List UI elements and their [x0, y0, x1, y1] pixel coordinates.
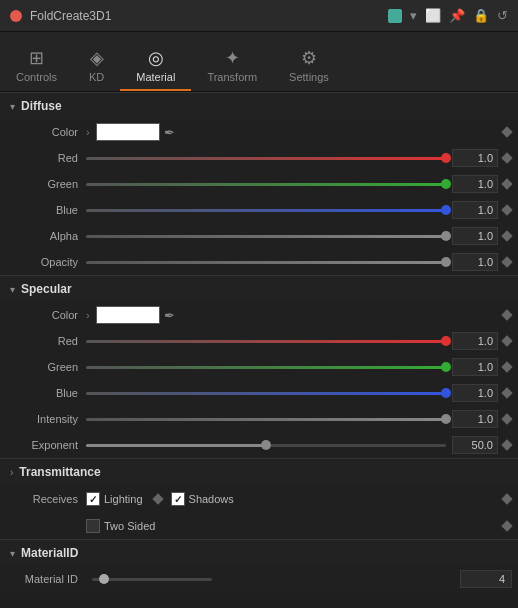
diffuse-red-diamond[interactable]: [502, 153, 512, 163]
specular-blue-value[interactable]: 1.0: [452, 384, 498, 402]
lighting-checkbox[interactable]: [86, 492, 100, 506]
controls-icon: ⊞: [29, 49, 44, 67]
specular-color-row: Color › ✒: [0, 302, 518, 328]
tab-controls[interactable]: ⊞ Controls: [0, 32, 73, 91]
diffuse-blue-diamond[interactable]: [502, 205, 512, 215]
shadows-diamond[interactable]: [502, 494, 512, 504]
two-sided-checkbox-item: Two Sided: [86, 519, 155, 533]
close-button[interactable]: [10, 10, 22, 22]
specular-intensity-diamond[interactable]: [502, 414, 512, 424]
specular-eyedropper-icon[interactable]: ✒: [164, 308, 175, 323]
diffuse-alpha-label: Alpha: [6, 230, 86, 242]
diffuse-alpha-slider[interactable]: [86, 235, 452, 238]
settings-icon: ⚙: [301, 49, 317, 67]
diffuse-blue-slider[interactable]: [86, 209, 452, 212]
diffuse-color-diamond[interactable]: [502, 127, 512, 137]
lighting-label: Lighting: [104, 493, 143, 505]
specular-section-header[interactable]: ▾ Specular: [0, 275, 518, 302]
tab-transform[interactable]: ✦ Transform: [191, 32, 273, 91]
diffuse-green-value[interactable]: 1.0: [452, 175, 498, 193]
diffuse-color-label: Color: [6, 126, 86, 138]
specular-intensity-slider[interactable]: [86, 418, 452, 421]
pin-icon[interactable]: 📌: [449, 8, 465, 23]
transmittance-section-header[interactable]: › Transmittance: [0, 458, 518, 485]
diffuse-opacity-diamond[interactable]: [502, 257, 512, 267]
lighting-diamond[interactable]: [153, 494, 163, 504]
diffuse-blue-row: Blue 1.0: [0, 197, 518, 223]
matid-thumb[interactable]: [99, 574, 109, 584]
specular-exponent-diamond[interactable]: [502, 440, 512, 450]
specular-green-label: Green: [6, 361, 86, 373]
specular-blue-slider[interactable]: [86, 392, 452, 395]
matid-slider[interactable]: [92, 578, 212, 581]
shadows-checkbox-item: Shadows: [171, 492, 234, 506]
specular-red-diamond[interactable]: [502, 336, 512, 346]
shadows-checkbox[interactable]: [171, 492, 185, 506]
specular-intensity-value[interactable]: 1.0: [452, 410, 498, 428]
diffuse-blue-value[interactable]: 1.0: [452, 201, 498, 219]
refresh-icon[interactable]: ↺: [497, 8, 508, 23]
specular-color-swatch[interactable]: [96, 306, 160, 324]
titlebar-left: FoldCreate3D1: [10, 9, 111, 23]
titlebar: FoldCreate3D1 ▾ ⬜ 📌 🔒 ↺: [0, 0, 518, 32]
diffuse-chevron: ▾: [10, 101, 15, 112]
specular-blue-row: Blue 1.0: [0, 380, 518, 406]
tab-material[interactable]: ◎ Material: [120, 32, 191, 91]
diffuse-opacity-label: Opacity: [6, 256, 86, 268]
diffuse-green-diamond[interactable]: [502, 179, 512, 189]
materialid-section-header[interactable]: ▾ MaterialID: [0, 539, 518, 566]
diffuse-opacity-slider[interactable]: [86, 261, 452, 264]
specular-green-diamond[interactable]: [502, 362, 512, 372]
matid-row: Material ID 4: [0, 566, 518, 592]
specular-blue-diamond[interactable]: [502, 388, 512, 398]
specular-exponent-slider[interactable]: [86, 444, 452, 447]
tab-transform-label: Transform: [207, 71, 257, 83]
shadows-label: Shadows: [189, 493, 234, 505]
specular-color-diamond[interactable]: [502, 310, 512, 320]
diffuse-red-slider[interactable]: [86, 157, 452, 160]
diffuse-red-value[interactable]: 1.0: [452, 149, 498, 167]
specular-exponent-row: Exponent 50.0: [0, 432, 518, 458]
transmittance-title: Transmittance: [19, 465, 100, 479]
specular-red-value[interactable]: 1.0: [452, 332, 498, 350]
diffuse-blue-label: Blue: [6, 204, 86, 216]
specular-intensity-label: Intensity: [6, 413, 86, 425]
specular-green-slider[interactable]: [86, 366, 452, 369]
transmittance-chevron: ›: [10, 467, 13, 478]
specular-red-label: Red: [6, 335, 86, 347]
dropdown-icon[interactable]: ▾: [410, 8, 417, 23]
diffuse-opacity-value[interactable]: 1.0: [452, 253, 498, 271]
diffuse-color-arrow: ›: [86, 126, 90, 138]
diffuse-green-slider[interactable]: [86, 183, 452, 186]
two-sided-checkbox[interactable]: [86, 519, 100, 533]
specular-red-slider[interactable]: [86, 340, 452, 343]
tab-kd-label: KD: [89, 71, 104, 83]
diffuse-alpha-diamond[interactable]: [502, 231, 512, 241]
receives-row: Receives Lighting Shadows: [0, 485, 518, 513]
diffuse-alpha-row: Alpha 1.0: [0, 223, 518, 249]
status-indicator: [388, 9, 402, 23]
specular-color-label: Color: [6, 309, 86, 321]
matid-value[interactable]: 4: [460, 570, 512, 588]
window-title: FoldCreate3D1: [30, 9, 111, 23]
kd-icon: ◈: [90, 49, 104, 67]
specular-color-arrow: ›: [86, 309, 90, 321]
diffuse-opacity-row: Opacity 1.0: [0, 249, 518, 275]
specular-intensity-row: Intensity 1.0: [0, 406, 518, 432]
diffuse-red-row: Red 1.0: [0, 145, 518, 171]
diffuse-section-header[interactable]: ▾ Diffuse: [0, 92, 518, 119]
diffuse-color-swatch[interactable]: [96, 123, 160, 141]
specular-exponent-label: Exponent: [6, 439, 86, 451]
lock-icon[interactable]: 🔒: [473, 8, 489, 23]
two-sided-diamond[interactable]: [502, 521, 512, 531]
titlebar-right: ▾ ⬜ 📌 🔒 ↺: [388, 8, 508, 23]
two-sided-row: Two Sided: [0, 513, 518, 539]
window-icon-1[interactable]: ⬜: [425, 8, 441, 23]
specular-exponent-value[interactable]: 50.0: [452, 436, 498, 454]
tab-settings[interactable]: ⚙ Settings: [273, 32, 345, 91]
diffuse-eyedropper-icon[interactable]: ✒: [164, 125, 175, 140]
diffuse-alpha-value[interactable]: 1.0: [452, 227, 498, 245]
tab-kd[interactable]: ◈ KD: [73, 32, 120, 91]
receives-label: Receives: [6, 493, 86, 505]
specular-green-value[interactable]: 1.0: [452, 358, 498, 376]
